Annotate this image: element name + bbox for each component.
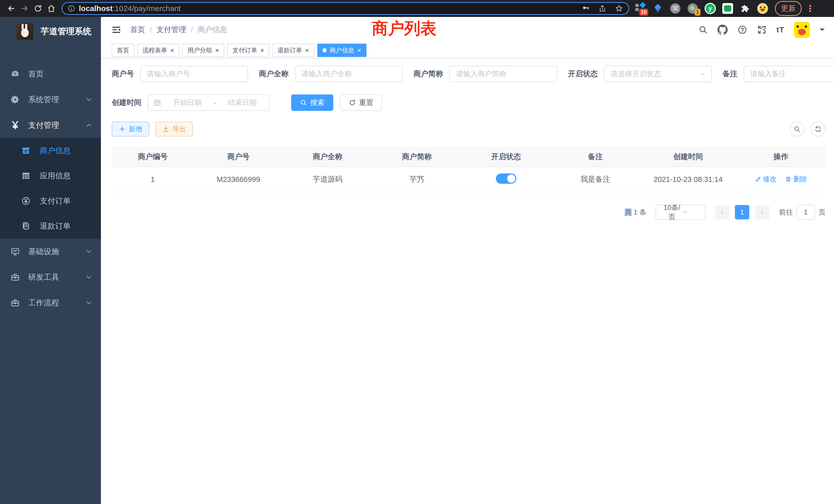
avocado-extension-icon[interactable]: 1 [687, 3, 698, 14]
create-time-label: 创建时间 [112, 97, 141, 108]
shop-icon [19, 146, 32, 155]
merchant-no-label: 商户号 [112, 69, 134, 79]
grid-table-icon [19, 171, 32, 180]
chevron-up-icon [85, 121, 93, 129]
help-icon[interactable] [738, 25, 747, 35]
password-key-icon[interactable] [581, 4, 590, 13]
sidebar: 芋道管理系统 首页 系统管理 [0, 17, 101, 504]
table-header-row: 商户编号 商户号 商户全称 商户简称 开启状态 备注 创建时间 操作 [112, 147, 826, 167]
delete-link[interactable]: 删除 [785, 175, 807, 184]
short-name-label: 商户简称 [413, 69, 443, 79]
github-icon[interactable] [718, 25, 728, 35]
annotation-merchant-list: 商户列表 [372, 18, 437, 40]
page-info-icon[interactable] [68, 5, 75, 12]
share-icon[interactable] [598, 5, 606, 12]
logo-rabbit-avatar [17, 23, 34, 40]
search-button[interactable]: 搜索 [291, 94, 333, 111]
status-toggle[interactable] [496, 174, 517, 184]
reset-button[interactable]: 重置 [340, 94, 382, 111]
url-host: localhost [79, 4, 113, 13]
remark-label: 备注 [723, 69, 738, 79]
toggle-search-icon-button[interactable] [790, 122, 805, 137]
breadcrumb-payment[interactable]: 支付管理 [156, 25, 186, 35]
tab-process-form[interactable]: 流程表单 × [137, 44, 179, 57]
chevron-down-icon [85, 273, 93, 281]
breadcrumb-merchant-info: 商户信息 [197, 25, 227, 35]
close-icon[interactable]: × [305, 47, 309, 54]
goto-page-input[interactable] [796, 205, 815, 220]
next-page-button[interactable]: › [755, 205, 769, 220]
calendar-icon [153, 99, 161, 107]
sidebar-item-payment[interactable]: 支付管理 [0, 112, 101, 138]
fullscreen-icon[interactable] [757, 25, 767, 35]
tab-merchant-info[interactable]: 商户信息 × [317, 44, 367, 57]
command-extension-icon[interactable]: ⌘ [670, 3, 681, 14]
extensions-puzzle-icon[interactable] [740, 3, 751, 14]
gem-extension-icon[interactable] [652, 3, 663, 14]
close-icon[interactable]: × [170, 47, 174, 54]
toolbox-icon [9, 273, 21, 282]
yen-circle-icon [19, 196, 32, 206]
page-size-select[interactable]: 10条/页 [656, 205, 706, 220]
sidebar-item-home[interactable]: 首页 [0, 61, 101, 87]
browser-menu-icon[interactable]: ⋮ [806, 3, 814, 14]
browser-reload-button[interactable] [31, 2, 45, 15]
end-date-placeholder: 结束日期 [221, 98, 264, 108]
bookmark-star-icon[interactable] [615, 4, 623, 13]
status-select[interactable]: 请选择开启状态 [604, 66, 712, 82]
app-logo[interactable]: 芋道管理系统 [0, 17, 101, 46]
browser-home-button[interactable] [45, 2, 58, 15]
refresh-table-button[interactable] [811, 122, 826, 137]
cell-remark: 我是备注 [551, 167, 640, 192]
full-name-input[interactable] [295, 66, 403, 82]
sidebar-item-infrastructure[interactable]: 基础设施 [0, 239, 101, 264]
page-number-1[interactable]: 1 [735, 205, 749, 220]
user-avatar[interactable] [794, 22, 810, 38]
close-icon[interactable]: × [215, 47, 219, 54]
table-row: 1 M233666999 芋道源码 芋艿 我是备注 2021-10-23 08:… [112, 167, 826, 192]
breadcrumb-home[interactable]: 首页 [130, 25, 145, 35]
tasks-extension-icon[interactable]: 10 [635, 3, 646, 14]
avatar-caret-icon[interactable] [820, 28, 825, 33]
header-search-icon[interactable] [698, 25, 708, 35]
close-icon[interactable]: × [357, 47, 361, 54]
add-button[interactable]: 新增 [112, 122, 149, 137]
emoji-extension-icon[interactable] [757, 3, 768, 14]
edit-link[interactable]: 修改 [755, 175, 777, 184]
remark-input[interactable] [744, 66, 834, 82]
full-name-label: 商户全称 [259, 69, 289, 79]
chat-extension-icon[interactable] [722, 3, 733, 14]
sidebar-item-workflow[interactable]: 工作流程 [0, 290, 101, 316]
close-icon[interactable]: × [260, 47, 264, 54]
sidebar-item-merchant-info[interactable]: 商户信息 [0, 138, 101, 163]
export-button[interactable]: 导出 [155, 122, 193, 137]
browser-back-button[interactable] [5, 2, 18, 15]
tab-payment-orders[interactable]: 支付订单 × [227, 44, 269, 57]
address-bar[interactable]: localhost:1024/pay/merchant [62, 2, 629, 15]
sidebar-item-dev-tools[interactable]: 研发工具 [0, 264, 101, 290]
sidebar-item-app-info[interactable]: 应用信息 [0, 163, 101, 188]
sidebar-item-payment-orders[interactable]: 支付订单 [0, 188, 101, 213]
tab-user-group[interactable]: 用户分组 × [182, 44, 224, 57]
cell-status [461, 167, 551, 192]
tab-home[interactable]: 首页 [112, 44, 134, 57]
font-size-icon[interactable]: tT [776, 25, 784, 34]
url-path: :1024/pay/merchant [113, 4, 181, 13]
chevron-down-icon [682, 209, 701, 215]
tags-view-bar: 首页 流程表单 × 用户分组 × 支付订单 × 退款订单 × 商户信息 × [101, 43, 834, 59]
merchant-no-input[interactable] [140, 66, 248, 82]
browser-forward-button[interactable] [18, 2, 31, 15]
cell-full-name: 芋道源码 [283, 167, 372, 192]
y-extension-icon[interactable]: y [705, 3, 716, 14]
prev-page-button[interactable]: ‹ [715, 205, 729, 220]
yen-icon [9, 120, 21, 130]
create-time-range-picker[interactable]: 开始日期 - 结束日期 [148, 94, 270, 111]
browser-update-button[interactable]: 更新 [775, 1, 802, 16]
merchant-table: 商户编号 商户号 商户全称 商户简称 开启状态 备注 创建时间 操作 1 M23… [112, 147, 826, 192]
sidebar-item-system[interactable]: 系统管理 [0, 87, 101, 112]
tab-refund-orders[interactable]: 退款订单 × [272, 44, 314, 57]
sidebar-item-refund-orders[interactable]: 退款订单 [0, 213, 101, 239]
sidebar-collapse-icon[interactable] [111, 25, 122, 35]
chevron-down-icon [699, 71, 706, 77]
short-name-input[interactable] [449, 66, 557, 82]
